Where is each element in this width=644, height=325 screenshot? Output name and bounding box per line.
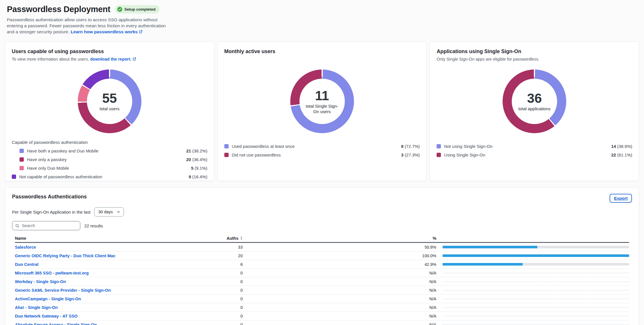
legend-swatch xyxy=(20,149,24,153)
table-header-row: Name Auths % xyxy=(15,234,629,243)
donut-center: 55 total users xyxy=(87,79,132,124)
auths-value: 0 xyxy=(215,297,243,301)
donut-total-value: 36 xyxy=(527,91,542,105)
application-link[interactable]: Duo Central xyxy=(15,262,38,267)
legend-value: 5 (9.1%) xyxy=(191,166,207,171)
auth-bar-track xyxy=(443,246,629,248)
download-report-link[interactable]: download the report. xyxy=(90,57,136,61)
legend-value: 8 (72.7%) xyxy=(401,144,420,149)
application-link[interactable]: Workday - Single Sign-On xyxy=(15,279,66,284)
legend-label: Have both a passkey and Duo Mobile xyxy=(27,148,186,153)
auth-bar-empty-line xyxy=(443,307,629,308)
page-header: Passwordless Deployment Setup completed … xyxy=(0,0,644,35)
date-range-value: 30 days xyxy=(98,210,113,214)
search-input[interactable] xyxy=(22,223,77,228)
legend-item: Have only Duo Mobile 5 (9.1%) xyxy=(12,164,207,172)
auths-value: 33 xyxy=(215,245,243,249)
bar-cell xyxy=(443,254,629,257)
bar-cell xyxy=(443,324,629,325)
application-link[interactable]: Generic OIDC Relying Party - Duo Thick C… xyxy=(15,254,116,258)
donut-chart-applications: 36 total applications xyxy=(503,69,566,133)
table-row: Absolute Secure Access - Single Sign-On … xyxy=(15,320,629,325)
application-link[interactable]: Duo Network Gateway - AT SSO xyxy=(15,314,77,318)
bar-cell xyxy=(443,281,629,282)
application-link[interactable]: Absolute Secure Access - Single Sign-On xyxy=(15,322,97,325)
stat-cards-row: Users capable of using passwordless To v… xyxy=(5,41,639,181)
export-button[interactable]: Export xyxy=(610,194,632,203)
column-header-auths[interactable]: Auths xyxy=(227,236,243,241)
sort-icon[interactable] xyxy=(240,236,243,240)
legend-pct: (38.2%) xyxy=(191,148,207,153)
pct-value: N/A xyxy=(243,279,436,284)
legend-items: Have both a passkey and Duo Mobile 21 (3… xyxy=(12,146,207,181)
table-row: ActiveCampaign - Single Sign-On 0 N/A xyxy=(15,295,629,303)
card-subtitle: Only Single Sign-On apps are eligible fo… xyxy=(437,57,632,63)
legend-swatch xyxy=(437,153,441,157)
auth-table-body: Salesforce 33 50.8% Generic OIDC Relying… xyxy=(15,243,629,325)
pct-value: 100.0% xyxy=(243,254,436,258)
bar-cell xyxy=(443,263,629,266)
pct-value: N/A xyxy=(243,305,436,310)
auth-bar-fill xyxy=(443,254,629,257)
table-row: Workday - Single Sign-On 0 N/A xyxy=(15,277,629,286)
card-applications-sso: Applications using Single Sign-On Only S… xyxy=(430,41,639,181)
application-link[interactable]: ActiveCampaign - Single Sign-On xyxy=(15,297,81,301)
legend-value: 21 (38.2%) xyxy=(186,148,207,153)
date-range-select[interactable]: 30 days xyxy=(94,207,124,216)
auth-bar-empty-line xyxy=(443,281,629,282)
setup-completed-badge: Setup completed xyxy=(115,5,160,13)
pct-value: N/A xyxy=(243,288,436,293)
legend-item: Not using Single Sign-On 14 (38.9%) xyxy=(437,142,632,150)
section-title: Passwordless Authentications xyxy=(12,194,87,200)
application-link[interactable]: Aha! - Single Sign-On xyxy=(15,305,58,310)
legend: Used passwordless at least once 8 (72.7%… xyxy=(224,142,420,159)
download-report-label: download the report. xyxy=(90,57,131,61)
bar-cell xyxy=(443,273,629,273)
donut-total-value: 11 xyxy=(315,89,329,102)
table-row: Generic OIDC Relying Party - Duo Thick C… xyxy=(15,252,629,260)
external-link-icon xyxy=(139,29,143,35)
legend-value: 14 (38.9%) xyxy=(611,144,632,149)
donut-chart-users: 55 total users xyxy=(78,69,141,133)
legend-label: Did not use passwordless xyxy=(232,152,401,157)
legend-pct: (16.4%) xyxy=(191,174,207,179)
auths-value: 20 xyxy=(215,254,243,258)
legend-label: Not using Single Sign-On xyxy=(444,144,611,149)
legend-label: Not capable of passwordless authenticati… xyxy=(19,174,189,179)
legend-count: 3 xyxy=(401,152,403,157)
legend-swatch xyxy=(20,166,24,170)
legend-count: 8 xyxy=(401,144,403,149)
legend-count: 22 xyxy=(611,152,616,157)
legend-count: 20 xyxy=(186,157,191,162)
auth-bar-empty-line xyxy=(443,324,629,325)
application-link[interactable]: Microsoft 365 SSO - pwlteam-test.org xyxy=(15,271,89,275)
column-header-pct: % xyxy=(243,236,436,241)
legend-item: Did not use passwordless 3 (27.3%) xyxy=(224,150,420,159)
external-link-icon xyxy=(133,57,136,62)
card-monthly-active-users: Monthly active users 11 total Single Sig… xyxy=(217,41,427,181)
bar-cell xyxy=(443,246,629,248)
learn-passwordless-link[interactable]: Learn how passwordless works xyxy=(71,29,142,34)
auths-value: 0 xyxy=(215,271,243,275)
legend-swatch xyxy=(12,175,16,179)
application-link[interactable]: Generic SAML Service Provider - Single S… xyxy=(15,288,111,293)
table-row: Duo Central 6 42.9% xyxy=(15,260,629,269)
legend-items: Not using Single Sign-On 14 (38.9%) Usin… xyxy=(437,142,632,159)
results-count: 22 results xyxy=(84,223,103,228)
auths-value: 0 xyxy=(215,305,243,310)
chevron-down-icon xyxy=(117,210,120,214)
legend-pct: (61.1%) xyxy=(616,152,632,157)
filter-row: Per Single Sign-On Application in the la… xyxy=(12,207,632,216)
legend: Capable of passwordless authentication H… xyxy=(12,138,207,181)
auths-value: 6 xyxy=(215,262,243,267)
check-circle-icon xyxy=(117,7,122,12)
legend-pct: (9.1%) xyxy=(193,166,207,171)
legend-item: Used passwordless at least once 8 (72.7%… xyxy=(224,142,420,150)
bar-cell xyxy=(443,290,629,291)
card-subtitle xyxy=(224,57,420,63)
legend-label: Using Single Sign-On xyxy=(444,152,611,157)
search-box[interactable] xyxy=(12,221,80,230)
legend-group-label: Capable of passwordless authentication xyxy=(12,138,207,146)
application-link[interactable]: Salesforce xyxy=(15,245,36,249)
donut-center: 36 total applications xyxy=(512,79,557,124)
